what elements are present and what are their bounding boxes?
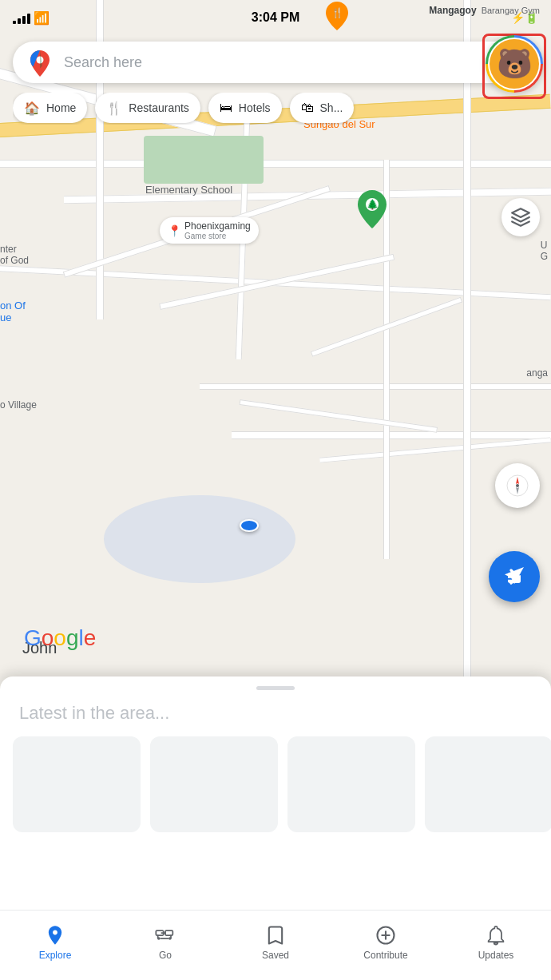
avatar-ring: 🐻 (486, 35, 543, 93)
place-cards-row (0, 724, 551, 832)
phoenixgaming-pin[interactable]: 📍 Phoenixgaming Game store (160, 217, 259, 244)
place-card-1[interactable] (13, 736, 141, 832)
profile-avatar[interactable]: 🐻 (486, 35, 543, 93)
map-label-church: nterof God (0, 244, 29, 266)
search-placeholder: Search here (64, 54, 500, 71)
explore-nav-icon (44, 924, 66, 946)
nav-updates[interactable]: Updates (441, 911, 551, 980)
location-accuracy-circle (104, 495, 295, 583)
nav-saved[interactable]: Saved (220, 911, 331, 980)
signal-strength-icon (13, 11, 30, 24)
chip-restaurants[interactable]: 🍴 Restaurants (95, 93, 200, 123)
nav-go[interactable]: Go (110, 911, 220, 980)
location-dot (240, 519, 259, 532)
google-logo: Google (24, 625, 96, 651)
green-pin[interactable]: 🌲 (358, 190, 386, 222)
restaurants-chip-icon: 🍴 (106, 101, 122, 116)
place-card-3[interactable] (287, 736, 415, 832)
updates-nav-icon (485, 924, 507, 946)
place-card-4[interactable] (425, 736, 551, 832)
hotels-chip-icon: 🛏 (220, 101, 232, 115)
road-h5 (232, 431, 551, 439)
map-label-right1: UG (541, 240, 548, 262)
status-left: 📶 (13, 10, 50, 26)
explore-nav-label: Explore (39, 950, 72, 961)
chip-home[interactable]: 🏠 Home (13, 93, 87, 123)
shopping-chip-icon: 🛍 (301, 101, 314, 115)
chips-row: 🏠 Home 🍴 Restaurants 🛏 Hotels 🛍 Sh... (13, 93, 551, 125)
svg-point-9 (157, 937, 161, 940)
contribute-nav-label: Contribute (363, 950, 407, 961)
svg-text:🌲: 🌲 (367, 198, 379, 210)
svg-text:🍴: 🍴 (331, 6, 343, 18)
saved-nav-label: Saved (262, 950, 289, 961)
svg-point-4 (516, 484, 519, 487)
green-area (144, 136, 264, 184)
avatar-image: 🐻 (490, 39, 539, 89)
compass-button[interactable] (495, 463, 540, 508)
saved-nav-icon (264, 924, 287, 946)
chip-shopping[interactable]: 🛍 Sh... (290, 93, 355, 123)
chip-hotels[interactable]: 🛏 Hotels (208, 93, 282, 123)
road-d3 (240, 399, 438, 433)
map-label-anga: anga (526, 367, 548, 379)
chip-hotels-label: Hotels (239, 101, 271, 114)
home-chip-icon: 🏠 (24, 101, 40, 116)
map-label-village: o Village (0, 399, 37, 411)
search-bar[interactable]: Search here 🎤 (13, 42, 538, 83)
top-labels: Mangagoy Barangay Gym (429, 5, 540, 16)
layers-button[interactable] (501, 198, 540, 236)
chip-restaurants-label: Restaurants (129, 101, 188, 114)
svg-rect-8 (165, 930, 172, 935)
road-h4 (200, 383, 551, 390)
nav-contribute[interactable]: Contribute (331, 911, 441, 980)
restaurant-pin-top[interactable]: 🍴 (326, 2, 348, 27)
nav-explore[interactable]: Explore (0, 911, 110, 980)
google-maps-logo-icon (26, 48, 54, 77)
svg-point-10 (168, 937, 172, 940)
road-h6 (319, 437, 551, 462)
go-nav-label: Go (159, 950, 172, 961)
map-label-blue1: on Ofue (0, 300, 26, 323)
chip-home-label: Home (46, 101, 76, 114)
contribute-nav-icon (375, 924, 397, 946)
status-time: 3:04 PM (252, 10, 299, 25)
go-nav-icon (154, 924, 176, 946)
sheet-title: Latest in the area... (0, 690, 551, 724)
bottom-nav: Explore Go Saved (0, 910, 551, 980)
chip-shopping-label: Sh... (320, 101, 343, 114)
wifi-icon: 📶 (34, 10, 50, 26)
updates-nav-label: Updates (478, 950, 514, 961)
navigate-button[interactable] (489, 551, 540, 602)
place-card-2[interactable] (150, 736, 278, 832)
elementary-school-label: Elementary School (145, 184, 232, 196)
